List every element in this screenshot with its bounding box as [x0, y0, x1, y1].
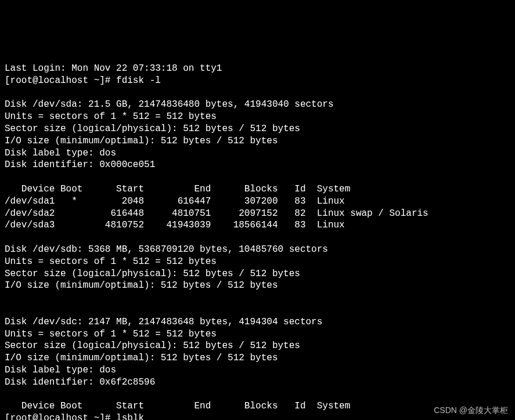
- shell-prompt: [root@localhost ~]#: [5, 75, 116, 86]
- last-login-line: Last Login: Mon Nov 22 07:33:18 on tty1: [5, 63, 222, 74]
- io-size-line: I/O size (minimum/optimal): 512 bytes / …: [5, 353, 278, 363]
- partition-table-header: Device Boot Start End Blocks Id System: [5, 184, 350, 194]
- sector-size-line: Sector size (logical/physical): 512 byte…: [5, 269, 300, 279]
- units-line: Units = sectors of 1 * 512 = 512 bytes: [5, 256, 217, 267]
- disk-sdb-header: Disk /dev/sdb: 5368 MB, 5368709120 bytes…: [5, 244, 328, 255]
- disk-identifier-sda: Disk identifier: 0x000ce051: [5, 160, 155, 170]
- partition-row-sda3: /dev/sda3 4810752 41943039 18566144 83 L…: [5, 220, 345, 230]
- io-size-line: I/O size (minimum/optimal): 512 bytes / …: [5, 136, 278, 146]
- sector-size-line: Sector size (logical/physical): 512 byte…: [5, 341, 300, 351]
- disk-label-line: Disk label type: dos: [5, 365, 116, 375]
- shell-prompt: [root@localhost ~]#: [5, 413, 116, 420]
- command-lsblk[interactable]: lsblk: [116, 413, 144, 420]
- terminal-output: Last Login: Mon Nov 22 07:33:18 on tty1 …: [5, 50, 510, 420]
- disk-label-line: Disk label type: dos: [5, 148, 116, 158]
- disk-sdc-header: Disk /dev/sdc: 2147 MB, 2147483648 bytes…: [5, 317, 322, 327]
- units-line: Units = sectors of 1 * 512 = 512 bytes: [5, 329, 217, 339]
- partition-row-sda1: /dev/sda1 * 2048 616447 307200 83 Linux: [5, 196, 345, 207]
- partition-row-sda2: /dev/sda2 616448 4810751 2097152 82 Linu…: [5, 208, 428, 219]
- partition-table-header: Device Boot Start End Blocks Id System: [5, 401, 350, 411]
- io-size-line: I/O size (minimum/optimal): 512 bytes / …: [5, 280, 278, 291]
- sector-size-line: Sector size (logical/physical): 512 byte…: [5, 124, 300, 134]
- disk-sda-header: Disk /dev/sda: 21.5 GB, 21474836480 byte…: [5, 99, 334, 110]
- units-line: Units = sectors of 1 * 512 = 512 bytes: [5, 111, 217, 122]
- command-fdisk[interactable]: fdisk -l: [116, 75, 161, 86]
- watermark-text: CSDN @金陵大掌柜: [434, 405, 508, 415]
- disk-identifier-sdc: Disk identifier: 0x6f2c8596: [5, 377, 155, 388]
